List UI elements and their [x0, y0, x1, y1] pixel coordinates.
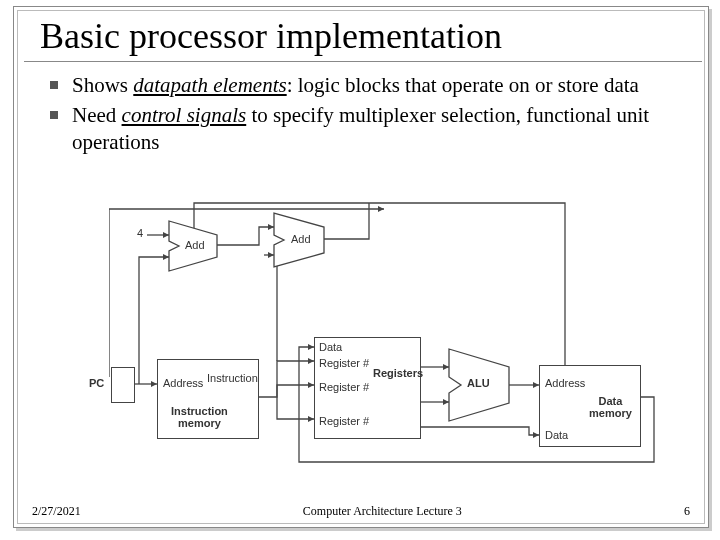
slide-frame: Basic processor implementation Shows dat…	[13, 6, 709, 528]
registers-title: Registers	[373, 367, 423, 379]
bullet-text: : logic blocks that operate on or store …	[287, 73, 639, 97]
imem-address: Address	[163, 377, 203, 389]
bullet-icon	[50, 81, 58, 89]
add1-label: Add	[185, 239, 205, 251]
imem-instruction: Instruction	[207, 372, 258, 384]
dmem-address: Address	[545, 377, 585, 389]
bullet-item: Shows datapath elements: logic blocks th…	[50, 72, 688, 98]
pc-label: PC	[89, 377, 104, 389]
bullet-em: control signals	[122, 103, 247, 127]
reg-port1: Register #	[319, 357, 369, 369]
imem-title: Instruction memory	[171, 405, 228, 429]
slide-footer: 2/27/2021 Computer Architecture Lecture …	[32, 504, 690, 519]
dmem-data: Data	[545, 429, 568, 441]
bullet-text: Shows	[72, 73, 133, 97]
bullet-list: Shows datapath elements: logic blocks th…	[14, 62, 708, 155]
slide-title: Basic processor implementation	[24, 7, 702, 62]
dmem-title: Data memory	[589, 395, 632, 419]
reg-port3: Register #	[319, 415, 369, 427]
bullet-em: datapath elements	[133, 73, 286, 97]
bullet-icon	[50, 111, 58, 119]
bullet-text: Need	[72, 103, 122, 127]
alu-label: ALU	[467, 377, 490, 389]
reg-data: Data	[319, 341, 342, 353]
footer-date: 2/27/2021	[32, 504, 81, 519]
reg-port2: Register #	[319, 381, 369, 393]
pc-block	[111, 367, 135, 403]
footer-page: 6	[684, 504, 690, 519]
const-four: 4	[137, 227, 143, 239]
bullet-item: Need control signals to specify multiple…	[50, 102, 688, 155]
add2-label: Add	[291, 233, 311, 245]
datapath-diagram: PC 4 Add Add Address Instruction Instruc…	[109, 197, 669, 477]
footer-center: Computer Architecture Lecture 3	[81, 504, 684, 519]
